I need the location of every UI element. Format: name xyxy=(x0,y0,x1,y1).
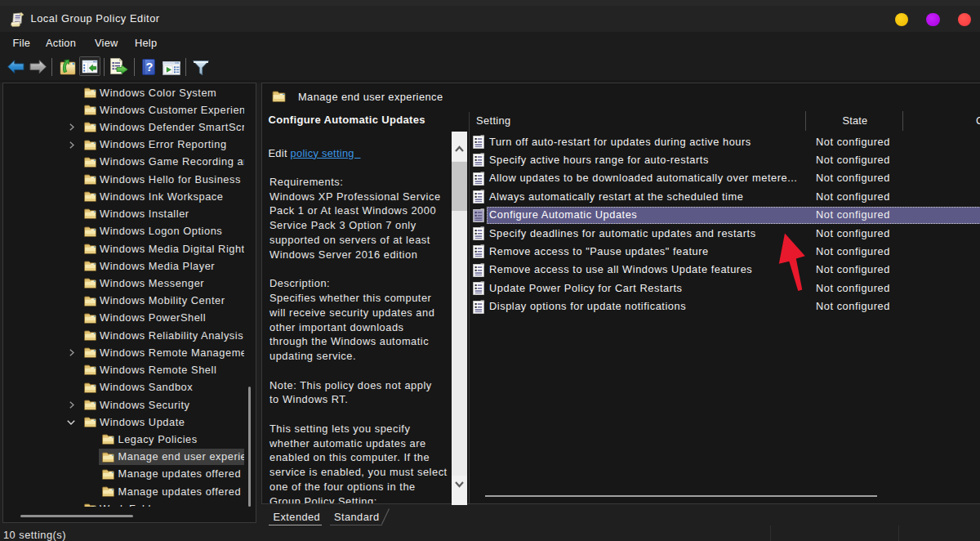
svg-text:?: ? xyxy=(146,60,154,74)
